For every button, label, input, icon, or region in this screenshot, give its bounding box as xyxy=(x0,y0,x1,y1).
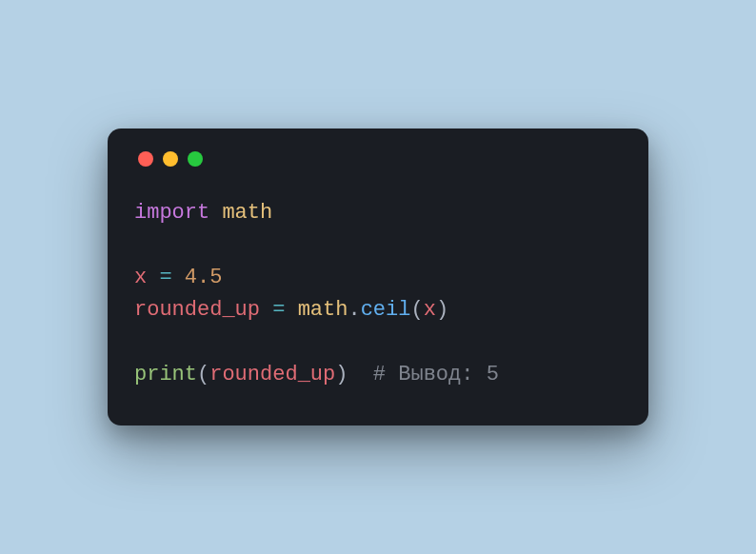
paren-open: ( xyxy=(197,363,209,386)
maximize-icon[interactable] xyxy=(188,151,203,167)
comment-output: # Вывод: 5 xyxy=(373,363,499,386)
number-literal: 4.5 xyxy=(185,266,223,289)
spacer xyxy=(348,363,372,386)
function-print: print xyxy=(134,363,197,386)
function-ceil: ceil xyxy=(361,298,411,322)
window-traffic-lights xyxy=(134,151,622,167)
operator-assign: = xyxy=(272,298,285,322)
variable-rounded-up: rounded_up xyxy=(134,298,260,322)
argument-x: x xyxy=(424,298,436,322)
variable-x: x xyxy=(134,266,147,289)
argument-rounded-up: rounded_up xyxy=(209,363,335,386)
paren-open: ( xyxy=(410,298,423,322)
code-window: import math x = 4.5 rounded_up = math.ce… xyxy=(108,129,648,426)
module-math: math xyxy=(222,201,272,225)
dot-operator: . xyxy=(348,298,360,322)
close-icon[interactable] xyxy=(138,151,153,167)
paren-close: ) xyxy=(335,363,348,386)
minimize-icon[interactable] xyxy=(163,151,178,167)
module-math-ref: math xyxy=(298,298,348,322)
paren-close: ) xyxy=(436,298,448,322)
operator-assign: = xyxy=(159,266,171,289)
keyword-import: import xyxy=(134,201,209,225)
code-block: import math x = 4.5 rounded_up = math.ce… xyxy=(134,197,622,392)
